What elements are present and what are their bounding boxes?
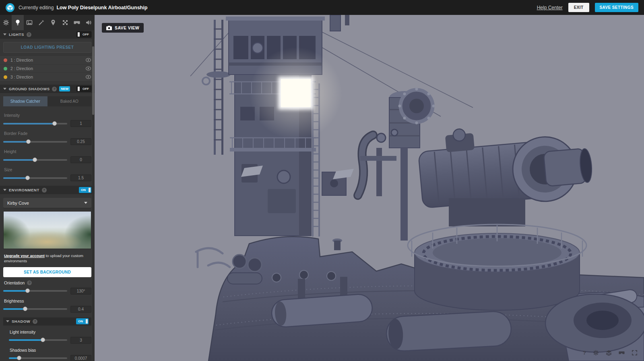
eye-icon[interactable] — [86, 75, 91, 79]
eye-icon[interactable] — [86, 66, 91, 71]
toggle-knob — [78, 32, 80, 37]
border-fade-slider[interactable] — [3, 141, 67, 143]
scrollbar-thumb[interactable] — [92, 46, 94, 115]
sketchfab-logo[interactable] — [6, 3, 14, 12]
light-color-swatch[interactable] — [4, 75, 7, 79]
slider-handle[interactable] — [25, 288, 30, 293]
tab-baked-ao[interactable]: Baked AO — [47, 96, 92, 106]
light-color-swatch[interactable] — [4, 58, 7, 62]
help-icon[interactable]: ? — [33, 319, 37, 324]
help-icon[interactable]: ? — [52, 87, 57, 91]
size-control: Size 1.5 — [3, 166, 91, 181]
upgrade-account-link[interactable]: Upgrade your account — [4, 253, 45, 258]
border-fade-value[interactable]: 0.25 — [70, 138, 91, 145]
shadow-section-header[interactable]: SHADOW ? ON — [3, 317, 91, 326]
intensity-slider[interactable] — [3, 123, 67, 124]
collapse-icon — [3, 189, 6, 191]
light-row-3[interactable]: 3 : Direction — [0, 73, 95, 81]
slider-handle[interactable] — [26, 139, 31, 144]
light-intensity-value[interactable]: 3 — [70, 337, 91, 344]
intensity-value[interactable]: 1 — [70, 120, 91, 127]
brightness-value[interactable]: 0.4 — [70, 306, 91, 313]
height-control: Height 0 — [3, 147, 91, 163]
editor-toolbar — [0, 15, 95, 30]
slider-handle[interactable] — [23, 307, 27, 311]
slider-handle[interactable] — [25, 176, 30, 180]
tab-sound[interactable] — [83, 15, 95, 30]
height-value[interactable]: 0 — [70, 156, 91, 163]
layers-icon — [606, 350, 612, 356]
set-as-background-button[interactable]: SET AS BACKGROUND — [3, 267, 91, 277]
shadows-bias-slider[interactable] — [9, 357, 67, 359]
lightbulb-icon — [14, 19, 21, 26]
shadow-toggle[interactable]: ON — [76, 318, 89, 324]
ground-shadows-tabs: Shadow Catcher Baked AO — [3, 96, 91, 106]
lights-toggle[interactable]: OFF — [76, 31, 91, 37]
size-value[interactable]: 1.5 — [70, 174, 91, 181]
eye-icon[interactable] — [86, 58, 91, 62]
expand-icon — [632, 350, 638, 356]
brightness-control: Brightness 0.4 — [3, 297, 91, 313]
slider-handle[interactable] — [41, 338, 45, 342]
shadow-title: SHADOW — [12, 319, 30, 324]
magic-wand-icon — [38, 19, 45, 26]
slider-handle[interactable] — [17, 356, 21, 360]
pontoon-center — [386, 311, 512, 352]
model-3d-viewport[interactable]: SAVE VIEW ? — [95, 15, 644, 361]
tab-lighting[interactable] — [12, 15, 23, 30]
environment-preview-image[interactable] — [3, 211, 91, 249]
help-icon[interactable]: ? — [27, 280, 32, 285]
size-slider[interactable] — [3, 177, 67, 179]
viewer-help-button[interactable]: ? — [583, 350, 586, 356]
save-settings-button[interactable]: SAVE SETTINGS — [595, 3, 638, 12]
lights-section-header[interactable]: LIGHTS ? OFF — [0, 30, 95, 39]
engine-drum — [545, 294, 644, 352]
sidebar-scrollbar[interactable] — [92, 30, 94, 361]
vr-mode-button[interactable] — [619, 350, 625, 356]
brightness-slider[interactable] — [3, 308, 67, 310]
help-icon[interactable]: ? — [27, 32, 31, 37]
environment-preset-dropdown[interactable]: Kirby Cove — [3, 198, 91, 208]
speaker-icon — [85, 19, 92, 26]
light-intensity-slider[interactable] — [9, 339, 67, 341]
light-row-2[interactable]: 2 : Direction — [0, 64, 95, 73]
slider-handle[interactable] — [33, 158, 37, 162]
help-icon[interactable]: ? — [42, 188, 47, 193]
orientation-slider[interactable] — [3, 290, 67, 292]
save-view-button[interactable]: SAVE VIEW — [102, 23, 144, 33]
tab-annotations[interactable] — [47, 15, 59, 30]
gunship-model — [95, 15, 644, 361]
collapse-icon — [6, 320, 9, 322]
environment-toggle[interactable]: ON — [79, 187, 91, 193]
shadows-bias-value[interactable]: 0.0007 — [70, 355, 91, 361]
camera-icon — [106, 26, 112, 30]
load-lighting-preset-button[interactable]: LOAD LIGHTING PRESET — [3, 42, 91, 53]
viewer-settings-button[interactable] — [593, 350, 599, 356]
help-center-link[interactable]: Help Center — [537, 5, 563, 10]
tab-scene[interactable] — [0, 15, 12, 30]
tab-materials[interactable] — [24, 15, 35, 30]
intensity-control: Intensity 1 — [3, 111, 91, 127]
ground-shadows-section-header[interactable]: GROUND SHADOWS ? NEW OFF — [0, 85, 95, 93]
map-pin-icon — [50, 19, 56, 26]
tab-filters[interactable] — [59, 15, 71, 30]
orientation-value[interactable]: 130° — [70, 288, 91, 295]
fullscreen-button[interactable] — [632, 350, 638, 356]
gear-icon — [593, 350, 599, 356]
exit-button[interactable]: EXIT — [568, 3, 589, 12]
slider-handle[interactable] — [52, 121, 57, 126]
toggle-knob — [86, 319, 88, 324]
ground-shadows-toggle[interactable]: OFF — [76, 86, 91, 92]
image-icon — [26, 19, 33, 26]
height-slider[interactable] — [3, 159, 67, 161]
light-row-1[interactable]: 1 : Direction — [0, 56, 95, 64]
environment-section-header[interactable]: ENVIRONMENT ? ON — [0, 186, 95, 194]
light-color-swatch[interactable] — [4, 67, 7, 71]
tab-shadow-catcher[interactable]: Shadow Catcher — [3, 96, 47, 106]
environment-title: ENVIRONMENT — [9, 188, 39, 192]
tab-post-processing[interactable] — [35, 15, 47, 30]
layers-button[interactable] — [606, 350, 612, 356]
lights-title: LIGHTS — [9, 32, 24, 37]
tab-vr[interactable] — [71, 15, 83, 30]
vr-goggles-icon — [74, 19, 80, 26]
